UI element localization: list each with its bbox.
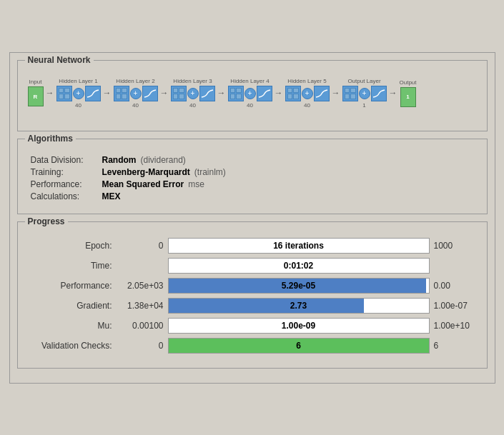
prog-bar-val: 6 (168, 338, 430, 354)
nn-arrow-2: → (160, 88, 169, 98)
nn-title: Neural Network (25, 55, 94, 65)
algo-value-2: Mean Squared Error (102, 179, 184, 189)
nn-act-2 (142, 86, 158, 101)
progress-row-time: Time: 0:01:02 (25, 258, 480, 274)
nn-layer-5-block: + (285, 86, 330, 101)
nn-layer-1-num: 40 (75, 102, 81, 109)
nn-input-label: Input (29, 79, 42, 85)
prog-left-perf: 2.05e+03 (118, 281, 168, 291)
nn-output-layer-num: 1 (362, 102, 365, 109)
prog-bar-text-perf: 5.29e-05 (169, 279, 429, 293)
prog-left-val: 0 (118, 341, 168, 351)
prog-right-val: 6 (430, 341, 480, 351)
nn-arrow-0: → (46, 88, 54, 98)
algo-label-0: Data Division: (31, 155, 102, 165)
algo-value-3: MEX (102, 191, 121, 201)
nn-weight-2 (114, 86, 129, 101)
prog-left-grad: 1.38e+04 (118, 301, 168, 311)
prog-label-time: Time: (25, 261, 118, 271)
progress-section: Progress Epoch: 0 16 iterations 1000 Tim… (17, 221, 488, 369)
prog-bar-grad: 2.73 (168, 298, 430, 314)
nn-act-4 (257, 86, 272, 101)
progress-row-grad: Gradient: 1.38e+04 2.73 1.00e-07 (25, 298, 480, 314)
algorithms-section: Algorithms Data Division: Random (divide… (17, 139, 488, 214)
nn-layer-3: Hidden Layer 3 + 40 (171, 78, 215, 109)
nn-diagram: Input R → Hidden Layer 1 + (25, 74, 480, 113)
algo-value-0: Random (102, 155, 137, 165)
nn-layer-5: Hidden Layer 5 + 40 (285, 78, 330, 109)
nn-layer-2-num: 40 (132, 102, 139, 109)
nn-layer-3-num: 40 (189, 102, 196, 109)
nn-output-layer-block2: + (342, 86, 387, 101)
prog-right-epoch: 1000 (430, 241, 480, 251)
nn-layer-4-num: 40 (247, 102, 253, 109)
progress-row-perf: Performance: 2.05e+03 5.29e-05 0.00 (25, 278, 480, 294)
algo-table: Data Division: Random (dividerand) Train… (25, 152, 480, 206)
nn-arrow-5: → (332, 88, 340, 98)
nn-layer-2-block: + (114, 86, 158, 101)
prog-right-perf: 0.00 (430, 281, 480, 291)
algo-label-2: Performance: (31, 179, 102, 189)
nn-weight-1 (56, 86, 72, 101)
nn-act-1 (85, 86, 101, 101)
progress-table: Epoch: 0 16 iterations 1000 Time: 0:01:0… (25, 235, 480, 361)
algo-label-3: Calculations: (31, 191, 102, 201)
prog-bar-epoch: 16 iterations (168, 238, 430, 254)
prog-bar-text-grad: 2.73 (169, 299, 429, 313)
prog-label-val: Validation Checks: (25, 341, 118, 351)
nn-layer-1: Hidden Layer 1 + 40 (56, 78, 101, 109)
progress-row-val: Validation Checks: 0 6 6 (25, 338, 480, 354)
nn-sum-3: + (187, 88, 199, 99)
nn-layer-1-block: + (56, 86, 101, 101)
prog-bar-mu: 1.00e-09 (168, 318, 430, 334)
algo-sub-2: mse (188, 179, 204, 189)
prog-bar-text-val: 6 (169, 339, 429, 353)
prog-bar-text-time: 0:01:02 (169, 259, 429, 273)
nn-arrow-4: → (275, 88, 283, 98)
nn-layer-1-label: Hidden Layer 1 (59, 78, 97, 84)
nn-output-num: 1 (406, 94, 409, 100)
prog-label-epoch: Epoch: (25, 241, 118, 251)
prog-bar-time: 0:01:02 (168, 258, 430, 274)
nn-arrow-1: → (103, 88, 112, 98)
algo-row-2: Performance: Mean Squared Error mse (31, 179, 474, 189)
main-container: Neural Network Input R → Hidden Layer 1 (9, 52, 495, 384)
prog-left-epoch: 0 (118, 241, 168, 251)
prog-bar-text-epoch: 16 iterations (169, 239, 429, 253)
nn-weight-out (342, 86, 358, 101)
prog-label-grad: Gradient: (25, 301, 118, 311)
algo-row-3: Calculations: MEX (31, 191, 474, 201)
nn-weight-3 (171, 86, 187, 101)
nn-sum-2: + (130, 88, 142, 99)
algorithms-title: Algorithms (25, 134, 76, 144)
prog-label-perf: Performance: (25, 281, 118, 291)
algo-sub-1: (trainlm) (194, 167, 226, 177)
prog-bar-text-mu: 1.00e-09 (169, 319, 429, 333)
algo-value-1: Levenberg-Marquardt (102, 167, 190, 177)
algo-row-0: Data Division: Random (dividerand) (31, 155, 474, 165)
nn-sum-4: + (244, 88, 256, 99)
algo-row-1: Training: Levenberg-Marquardt (trainlm) (31, 167, 474, 177)
nn-layer-2: Hidden Layer 2 + 40 (114, 78, 158, 109)
nn-layer-3-block: + (171, 86, 215, 101)
nn-sum-out: + (359, 88, 370, 99)
nn-arrow-3: → (217, 88, 226, 98)
nn-input-box: R (28, 86, 44, 106)
nn-layer-5-num: 40 (304, 102, 310, 109)
prog-label-mu: Mu: (25, 321, 118, 331)
nn-layer-4-block: + (228, 86, 272, 101)
nn-arrow-6: → (389, 88, 397, 98)
nn-layer-4-label: Hidden Layer 4 (230, 78, 269, 84)
nn-layer-5-label: Hidden Layer 5 (287, 78, 326, 84)
nn-output-box: 1 (400, 87, 416, 107)
nn-input-r: R (34, 94, 38, 100)
progress-title: Progress (25, 216, 68, 226)
prog-left-mu: 0.00100 (118, 321, 168, 331)
prog-right-grad: 1.00e-07 (430, 301, 480, 311)
nn-act-3 (199, 86, 215, 101)
nn-weight-5 (285, 86, 301, 101)
algo-sub-0: (dividerand) (141, 155, 186, 165)
prog-bar-perf: 5.29e-05 (168, 278, 430, 294)
nn-act-out (371, 86, 387, 101)
nn-layer-3-label: Hidden Layer 3 (173, 78, 212, 84)
